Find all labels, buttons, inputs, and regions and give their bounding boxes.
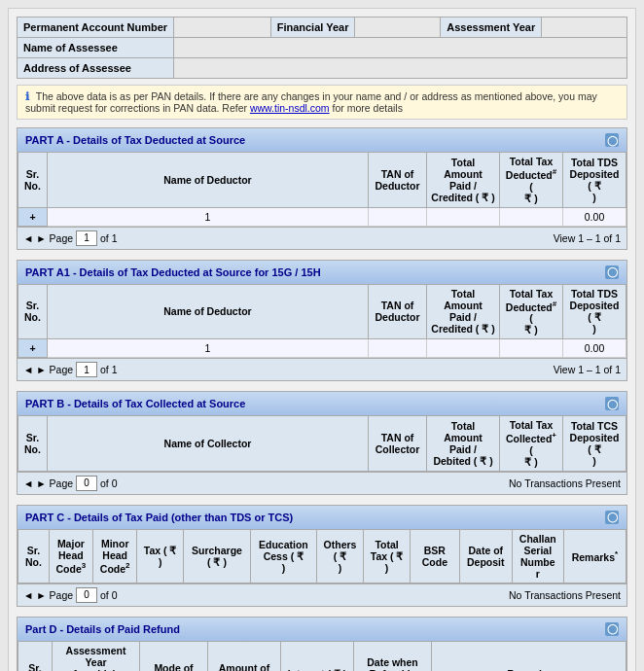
section-d-collapse[interactable]: ◯: [605, 622, 619, 636]
section-a1: PART A1 - Details of Tax Deducted at Sou…: [17, 260, 627, 382]
col-sr: Sr.No.: [18, 416, 48, 472]
pan-label: Permanent Account Number: [18, 18, 174, 38]
section-a1-pagination: ◄ ► Page of 1 View 1 – 1 of 1: [18, 358, 626, 380]
page-input[interactable]: [76, 362, 97, 377]
col-deposited: Total TDSDeposited ( ₹): [563, 153, 626, 208]
section-a: PART A - Details of Tax Deducted at Sour…: [17, 127, 627, 250]
section-a-header: PART A - Details of Tax Deducted at Sour…: [18, 128, 626, 152]
plus-cell[interactable]: +: [18, 339, 48, 358]
view-text: View 1 – 1 of 1: [554, 364, 621, 375]
section-a-title: PART A - Details of Tax Deducted at Sour…: [25, 134, 245, 146]
tan-cell: [427, 207, 500, 226]
col-interest: Interest ( ₹ ): [281, 641, 354, 671]
section-d-table: Sr. No. Assessment Yearfor which Refundi…: [18, 641, 626, 672]
section-d-header: Part D - Details of Paid Refund ◯: [18, 618, 626, 641]
col-sr: Sr. No.: [18, 284, 48, 339]
col-date: Date ofDeposit: [459, 529, 512, 583]
address-value: [174, 58, 627, 79]
name-label: Name of Assessee: [18, 38, 174, 58]
section-b-table: Sr.No. Name of Collector TAN ofCollector…: [18, 415, 626, 472]
sr-cell: 1: [48, 207, 369, 226]
tan-cell: [427, 339, 500, 358]
col-amount: Total AmountPaid /Credited ( ₹ ): [427, 284, 500, 339]
ay-label: Assessment Year: [441, 18, 542, 38]
section-c-title: PART C - Details of Tax Paid (other than…: [25, 512, 293, 523]
page-nav: ◄ ► Page of 1: [23, 230, 118, 246]
page-input[interactable]: [76, 230, 97, 246]
col-collected: Total TaxCollected+ (₹ ): [500, 416, 563, 472]
page-nav: ◄ ► Page of 0: [23, 587, 118, 603]
section-c-collapse[interactable]: ◯: [605, 511, 619, 524]
pan-value: [174, 18, 271, 38]
section-d: Part D - Details of Paid Refund ◯ Sr. No…: [17, 617, 627, 672]
col-surcharge: Surcharge( ₹ ): [183, 529, 250, 583]
deposited-cell: 0.00: [563, 339, 626, 358]
address-label: Address of Assessee: [18, 58, 174, 79]
col-collector: Name of Collector: [48, 416, 369, 472]
col-total: TotalTax ( ₹): [364, 529, 411, 583]
fy-value: [355, 18, 441, 38]
section-a1-title: PART A1 - Details of Tax Deducted at Sou…: [25, 266, 321, 278]
section-a-table: Sr.No. Name of Deductor TAN ofDeductor T…: [18, 152, 626, 227]
col-remarks: Remarks: [432, 641, 626, 671]
section-c: PART C - Details of Tax Paid (other than…: [17, 505, 627, 607]
section-b: PART B - Details of Tax Collected at Sou…: [17, 391, 627, 495]
page-nav: ◄ ► Page of 1: [23, 362, 118, 377]
col-major: MajorHeadCode3: [49, 529, 92, 583]
amount-cell: [500, 339, 563, 358]
col-tan: TAN ofCollector: [369, 416, 427, 472]
col-deducted: Total TaxDeducted# (₹ ): [500, 153, 563, 208]
col-tan: TAN ofDeductor: [369, 284, 427, 339]
deposited-cell: 0.00: [563, 207, 626, 226]
col-deposited: Total TDSDeposited ( ₹): [563, 284, 626, 339]
section-b-collapse[interactable]: ◯: [605, 397, 619, 410]
no-transactions: No Transactions Present: [509, 477, 621, 489]
name-cell: [369, 339, 427, 358]
section-b-pagination: ◄ ► Page of 0 No Transactions Present: [18, 472, 626, 494]
section-a1-collapse[interactable]: ◯: [605, 265, 619, 279]
name-cell: [369, 207, 427, 226]
section-c-table: Sr.No. MajorHeadCode3 MinorHeadCode2 Tax…: [18, 529, 626, 583]
col-tax: Tax ( ₹): [137, 529, 184, 583]
col-ay: Assessment Yearfor which Refundis Paid: [53, 641, 140, 671]
col-sr: Sr. No.: [18, 641, 53, 671]
section-c-header: PART C - Details of Tax Paid (other than…: [18, 506, 626, 529]
no-transactions: No Transactions Present: [509, 589, 621, 601]
page-container: Permanent Account Number Financial Year …: [8, 8, 636, 671]
col-amount: Total AmountPaid /Credited ( ₹ ): [427, 153, 500, 208]
col-deductor: Name of Deductor: [48, 153, 369, 208]
page-nav: ◄ ► Page of 0: [23, 476, 118, 491]
info-icon: ℹ: [25, 90, 29, 102]
plus-cell[interactable]: +: [18, 207, 48, 226]
col-challan: ChallanSerialNumber: [512, 529, 563, 583]
view-text: View 1 – 1 of 1: [554, 232, 621, 244]
fy-label: Financial Year: [270, 18, 355, 38]
col-deducted: Total TaxDeducted# (₹ ): [500, 284, 563, 339]
header-table: Permanent Account Number Financial Year …: [17, 17, 627, 79]
col-date: Date whenRefund isPaid: [354, 641, 432, 671]
col-mode: Mode ofPayment: [140, 641, 208, 671]
section-d-title: Part D - Details of Paid Refund: [25, 623, 180, 635]
col-others: Others ( ₹): [316, 529, 364, 583]
col-remarks: Remarks*: [563, 529, 626, 583]
amount-cell: [500, 207, 563, 226]
col-sr: Sr.No.: [18, 153, 48, 208]
col-deposited: Total TCSDeposited ( ₹): [563, 416, 626, 472]
info-link[interactable]: www.tin-nsdl.com: [250, 102, 330, 114]
section-a-collapse[interactable]: ◯: [605, 133, 619, 147]
col-cess: EducationCess ( ₹): [251, 529, 317, 583]
section-a1-header: PART A1 - Details of Tax Deducted at Sou…: [18, 261, 626, 284]
ay-value: [542, 18, 627, 38]
col-bsr: BSR Code: [410, 529, 459, 583]
table-row: + 1 0.00: [18, 339, 626, 358]
page-input[interactable]: [76, 587, 97, 603]
col-amount: Amount ofRefund ( ₹ ): [208, 641, 281, 671]
col-sr: Sr.No.: [18, 529, 50, 583]
table-row: + 1 0.00: [18, 207, 626, 226]
section-c-pagination: ◄ ► Page of 0 No Transactions Present: [18, 583, 626, 606]
page-input[interactable]: [76, 476, 97, 491]
col-tan: TAN ofDeductor: [369, 153, 427, 208]
col-deductor: Name of Deductor: [48, 284, 369, 339]
col-minor: MinorHeadCode2: [93, 529, 137, 583]
sr-cell: 1: [48, 339, 369, 358]
